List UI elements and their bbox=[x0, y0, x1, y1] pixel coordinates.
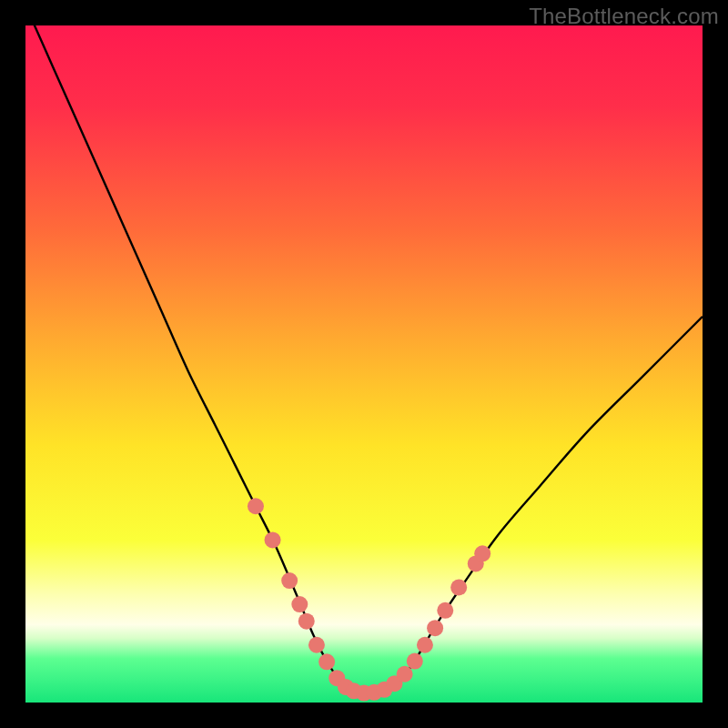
curve-marker bbox=[474, 545, 490, 561]
curve-marker bbox=[265, 531, 281, 548]
curve-marker bbox=[318, 653, 335, 670]
curve-marker bbox=[427, 620, 443, 636]
curve-marker bbox=[417, 637, 433, 653]
curve-marker bbox=[298, 613, 315, 630]
curve-marker bbox=[407, 653, 423, 670]
chart-plot-area bbox=[25, 25, 703, 703]
curve-marker bbox=[291, 596, 308, 612]
curve-marker bbox=[450, 580, 467, 596]
chart-background-gradient bbox=[25, 25, 703, 703]
curve-marker bbox=[397, 666, 413, 682]
curve-marker bbox=[437, 602, 453, 619]
chart-svg bbox=[25, 25, 703, 703]
curve-marker bbox=[308, 637, 325, 653]
curve-marker bbox=[248, 498, 264, 514]
curve-marker bbox=[281, 572, 298, 589]
chart-frame: TheBottleneck.com bbox=[0, 0, 728, 728]
watermark-text: TheBottleneck.com bbox=[529, 4, 719, 29]
